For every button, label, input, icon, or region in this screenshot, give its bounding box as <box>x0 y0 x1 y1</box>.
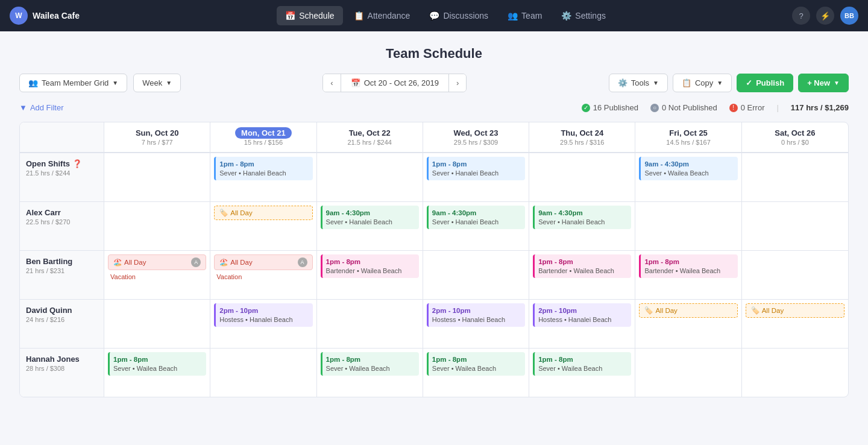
shift-detail: Bartender • Wailea Beach <box>644 267 734 276</box>
nav-item-schedule[interactable]: 📅 Schedule <box>277 6 342 25</box>
nav-item-attendance[interactable]: 📋 Attendance <box>345 6 419 25</box>
not-published-stat: ○ 0 Not Published <box>650 103 717 112</box>
shift-time: 1pm - 8pm <box>326 257 415 267</box>
add-filter-label: Add Filter <box>30 103 64 112</box>
hannah-jones-fri <box>635 349 741 397</box>
shift-card[interactable]: 1pm - 8pm Bartender • Wailea Beach <box>639 254 737 278</box>
toolbar-left: 👥 Team Member Grid ▼ Week ▼ <box>19 74 181 92</box>
brand-avatar: W <box>10 7 28 25</box>
nav-item-discussions[interactable]: 💬 Discussions <box>421 6 497 25</box>
vacation-card[interactable]: 🏖️ All Day A <box>108 254 206 270</box>
vacation-icon: 🏖️ <box>113 258 122 267</box>
allday-icon: 🏷️ <box>751 306 760 315</box>
stat-total: 117 hrs / $1,269 <box>791 103 849 112</box>
alex-carr-mon: 🏷️ All Day <box>210 202 316 250</box>
nav-schedule-label: Schedule <box>299 11 334 21</box>
nav-item-settings[interactable]: ⚙️ Settings <box>553 6 614 25</box>
vacation-card[interactable]: 🏖️ All Day A <box>214 254 312 270</box>
shift-card[interactable]: 1pm - 8pm Sever • Hanalei Beach <box>214 157 312 180</box>
shift-card[interactable]: 9am - 4:30pm Sever • Hanalei Beach <box>533 206 631 229</box>
date-navigator: ‹ 📅 Oct 20 - Oct 26, 2019 › <box>322 74 467 92</box>
open-shifts-hours: 21.5 hrs / $244 <box>26 169 98 177</box>
view-selector[interactable]: 👥 Team Member Grid ▼ <box>19 74 127 92</box>
tools-label: Tools <box>631 78 649 87</box>
copy-button[interactable]: 📋 Copy ▼ <box>673 74 732 92</box>
navbar: W Wailea Cafe 📅 Schedule 📋 Attendance 💬 … <box>0 0 868 31</box>
page-title: Team Schedule <box>19 46 849 62</box>
david-quinn-wed: 2pm - 10pm Hostess • Hanalei Beach <box>423 300 529 348</box>
shift-card[interactable]: 9am - 4:30pm Sever • Hanalei Beach <box>427 206 525 229</box>
copy-chevron-icon: ▼ <box>717 80 723 86</box>
allday-card[interactable]: 🏷️ All Day <box>639 303 737 318</box>
publish-label: Publish <box>756 78 784 87</box>
ben-bartling-name: Ben Bartling <box>26 257 98 266</box>
period-label: Week <box>142 78 162 87</box>
period-selector[interactable]: Week ▼ <box>133 74 181 92</box>
tools-button[interactable]: ⚙️ Tools ▼ <box>609 74 668 92</box>
shift-card[interactable]: 9am - 4:30pm Sever • Wailea Beach <box>639 157 737 180</box>
shift-card[interactable]: 2pm - 10pm Hostess • Hanalei Beach <box>214 303 312 327</box>
row-hannah-jones: Hannah Jones 28 hrs / $308 1pm - 8pm Sev… <box>20 349 848 397</box>
sat-hours: 0 hrs / $0 <box>747 139 843 146</box>
shift-card[interactable]: 1pm - 8pm Sever • Hanalei Beach <box>427 157 525 180</box>
vacation-label: 🏖️ All Day <box>113 258 146 267</box>
shift-time: 1pm - 8pm <box>219 159 309 169</box>
shift-detail: Sever • Hanalei Beach <box>432 218 521 227</box>
allday-card[interactable]: 🏷️ All Day <box>214 206 312 220</box>
shift-card[interactable]: 9am - 4:30pm Sever • Hanalei Beach <box>321 206 419 229</box>
ben-bartling-mon: 🏖️ All Day A Vacation <box>210 251 316 299</box>
shift-card[interactable]: 2pm - 10pm Hostess • Hanalei Beach <box>427 303 525 327</box>
view-chevron-icon: ▼ <box>112 80 118 86</box>
shift-card[interactable]: 1pm - 8pm Sever • Wailea Beach <box>108 352 206 376</box>
hannah-jones-label: Hannah Jones 28 hrs / $308 <box>20 349 104 397</box>
sat-name: Sat, Oct 26 <box>747 128 843 137</box>
view-label: Team Member Grid <box>42 78 108 87</box>
new-button[interactable]: + New ▼ <box>798 74 849 92</box>
tools-icon: ⚙️ <box>618 78 627 87</box>
alex-carr-hours: 22.5 hrs / $270 <box>26 218 98 226</box>
ben-bartling-wed <box>423 251 529 299</box>
attendance-icon: 📋 <box>354 11 364 21</box>
mon-name: Mon, Oct 21 <box>215 128 311 137</box>
shift-time: 1pm - 8pm <box>432 159 521 169</box>
next-week-button[interactable]: › <box>449 74 466 92</box>
open-shifts-fri: 9am - 4:30pm Sever • Wailea Beach <box>635 153 741 201</box>
alex-carr-sun <box>104 202 210 250</box>
header-tue: Tue, Oct 22 21.5 hrs / $244 <box>317 122 423 152</box>
shift-card[interactable]: 1pm - 8pm Sever • Wailea Beach <box>427 352 525 376</box>
prev-week-button[interactable]: ‹ <box>323 74 340 92</box>
allday-card[interactable]: 🏷️ All Day <box>746 303 844 318</box>
shift-detail: Hostess • Hanalei Beach <box>538 315 627 324</box>
add-filter-button[interactable]: ▼ Add Filter <box>19 103 64 112</box>
settings-icon: ⚙️ <box>561 11 571 21</box>
published-count: 16 Published <box>593 103 638 112</box>
header-sun: Sun, Oct 20 7 hrs / $77 <box>104 122 210 152</box>
vacation-label: 🏖️ All Day <box>219 258 252 267</box>
shift-card[interactable]: 2pm - 10pm Hostess • Hanalei Beach <box>533 303 631 327</box>
toolbar-center: ‹ 📅 Oct 20 - Oct 26, 2019 › <box>187 74 603 92</box>
publish-button[interactable]: ✓ Publish <box>737 74 793 92</box>
group-icon: 👥 <box>28 78 38 87</box>
shift-detail: Sever • Hanalei Beach <box>538 218 627 227</box>
new-chevron-icon: ▼ <box>834 80 840 86</box>
shift-time: 2pm - 10pm <box>432 306 521 315</box>
shift-card[interactable]: 1pm - 8pm Bartender • Wailea Beach <box>533 254 631 278</box>
brand[interactable]: W Wailea Cafe <box>10 7 80 25</box>
shift-card[interactable]: 1pm - 8pm Sever • Wailea Beach <box>321 352 419 376</box>
open-shifts-name: Open Shifts ❓ <box>26 159 98 168</box>
user-avatar[interactable]: BB <box>840 7 858 25</box>
allday-label: All Day <box>230 209 252 216</box>
shift-card[interactable]: 1pm - 8pm Bartender • Wailea Beach <box>321 254 419 278</box>
shift-card[interactable]: 1pm - 8pm Sever • Wailea Beach <box>533 352 631 376</box>
shift-detail: Sever • Wailea Beach <box>538 364 627 373</box>
thu-hours: 29.5 hrs / $316 <box>534 139 630 146</box>
brand-name: Wailea Cafe <box>33 11 80 21</box>
notifications-button[interactable]: ⚡ <box>816 7 834 25</box>
david-quinn-mon: 2pm - 10pm Hostess • Hanalei Beach <box>210 300 316 348</box>
shift-time: 9am - 4:30pm <box>432 208 521 218</box>
hannah-jones-tue: 1pm - 8pm Sever • Wailea Beach <box>317 349 423 397</box>
david-quinn-label: David Quinn 24 hrs / $216 <box>20 300 104 348</box>
help-button[interactable]: ? <box>792 7 810 25</box>
ben-bartling-fri: 1pm - 8pm Bartender • Wailea Beach <box>635 251 741 299</box>
nav-item-team[interactable]: 👥 Team <box>499 6 550 25</box>
